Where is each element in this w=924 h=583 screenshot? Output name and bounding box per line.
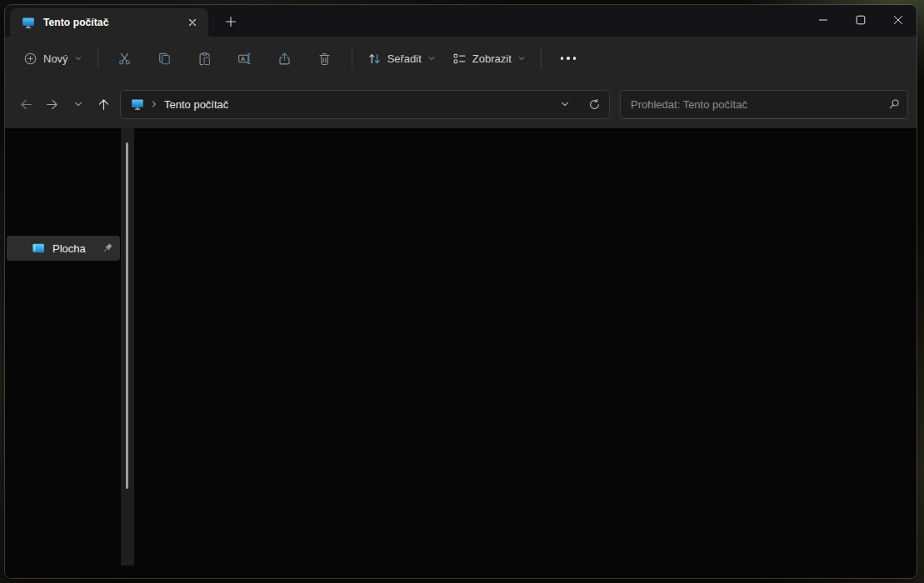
search-box xyxy=(620,90,908,119)
file-list-area[interactable] xyxy=(134,128,917,578)
minimize-button[interactable] xyxy=(804,5,842,34)
tab-tento-pocitac[interactable]: Tento počítač xyxy=(10,8,208,37)
pin-icon xyxy=(102,242,113,254)
toolbar-separator xyxy=(352,48,352,68)
copy-icon xyxy=(157,52,172,66)
chevron-down-icon xyxy=(517,54,526,62)
scrollbar-thumb[interactable] xyxy=(126,142,128,489)
cut-button[interactable] xyxy=(107,43,143,73)
desktop-wallpaper: Tento počítač xyxy=(0,0,924,583)
maximize-button[interactable] xyxy=(842,5,879,34)
tab-title: Tento počítač xyxy=(43,17,173,28)
breadcrumb-chevron-icon xyxy=(150,100,158,108)
this-pc-icon xyxy=(22,16,35,29)
explorer-body: Plocha xyxy=(5,128,917,578)
cut-scissors-icon xyxy=(117,52,132,66)
chevron-down-icon xyxy=(427,54,436,62)
file-explorer-window: Tento počítač xyxy=(5,5,917,578)
breadcrumb-location[interactable]: Tento počítač xyxy=(164,98,228,111)
share-button[interactable] xyxy=(267,43,303,73)
address-dropdown-chevron[interactable] xyxy=(553,92,577,116)
sidebar-item-plocha[interactable]: Plocha xyxy=(7,236,120,261)
tab-close-icon[interactable] xyxy=(182,12,203,33)
rename-button[interactable] xyxy=(227,43,263,73)
more-options-button[interactable] xyxy=(550,43,587,73)
forward-button[interactable] xyxy=(39,91,65,117)
sidebar-item-label: Plocha xyxy=(52,242,86,255)
search-magnifier-icon xyxy=(887,97,901,111)
window-controls xyxy=(804,5,917,34)
close-button[interactable] xyxy=(879,5,917,34)
sort-button[interactable]: Seřadit xyxy=(359,43,444,73)
address-row: Tento počítač xyxy=(5,80,917,128)
this-pc-icon xyxy=(131,97,144,111)
command-toolbar: Nový xyxy=(5,37,917,80)
trash-icon xyxy=(317,52,332,66)
share-icon xyxy=(277,52,292,66)
address-bar[interactable]: Tento počítač xyxy=(120,90,610,119)
view-button[interactable]: Zobrazit xyxy=(444,43,534,73)
search-input[interactable] xyxy=(631,98,887,111)
rename-icon xyxy=(237,52,252,66)
new-tab-button[interactable] xyxy=(218,9,243,34)
more-ellipsis-icon xyxy=(561,57,577,60)
desktop-icon xyxy=(32,242,45,255)
plus-circle-icon xyxy=(23,52,37,66)
paste-button[interactable] xyxy=(187,43,223,73)
new-button[interactable]: Nový xyxy=(15,43,91,73)
navigation-pane: Plocha xyxy=(5,128,121,578)
recent-locations-chevron[interactable] xyxy=(65,91,91,117)
sidebar-scrollbar[interactable] xyxy=(121,128,134,566)
up-button[interactable] xyxy=(91,91,117,117)
delete-button[interactable] xyxy=(307,43,343,73)
sort-arrows-icon xyxy=(367,52,382,66)
view-list-icon xyxy=(452,52,467,66)
sort-button-label: Seřadit xyxy=(387,52,422,65)
toolbar-separator xyxy=(97,48,98,68)
new-button-label: Nový xyxy=(43,52,68,65)
copy-button[interactable] xyxy=(147,43,183,73)
refresh-button[interactable] xyxy=(582,92,606,116)
tab-bar: Tento počítač xyxy=(5,5,917,37)
back-button[interactable] xyxy=(13,91,39,117)
chevron-down-icon xyxy=(74,54,82,62)
paste-clipboard-icon xyxy=(197,52,212,66)
view-button-label: Zobrazit xyxy=(472,52,512,65)
toolbar-separator xyxy=(541,48,542,68)
